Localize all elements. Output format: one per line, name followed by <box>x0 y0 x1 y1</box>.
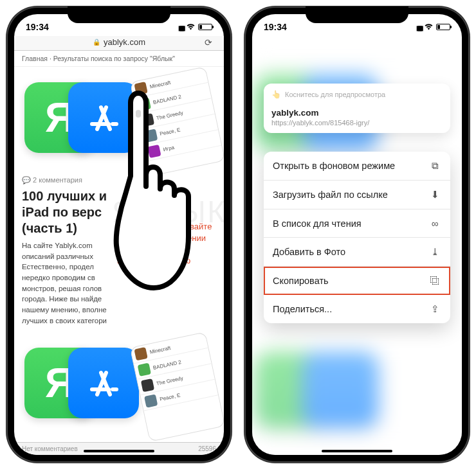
notch <box>306 6 408 23</box>
menu-reading-list[interactable]: В список для чтения ∞ <box>264 209 450 238</box>
screen-left: 19:34 🔒 yablyk.com ⟳ Главная · Результат… <box>14 14 224 455</box>
context-menu: Открыть в фоновом режиме ⧉ Загрузить фай… <box>264 152 450 323</box>
bottom-toolbar: Нет комментариев 25596 <box>14 442 224 455</box>
signal-icon <box>178 22 183 32</box>
battery-icon <box>436 24 450 30</box>
preview-url: https://yablyk.com/815468-igry/ <box>271 119 443 127</box>
phone-left: 19:34 🔒 yablyk.com ⟳ Главная · Результат… <box>6 6 232 463</box>
menu-label: Открыть в фоновом режиме <box>273 161 395 171</box>
home-indicator[interactable] <box>322 450 392 452</box>
address-text: yablyk.com <box>104 37 145 47</box>
home-indicator[interactable] <box>84 450 154 452</box>
battery-icon <box>198 24 212 30</box>
menu-label: Скопировать <box>273 276 329 286</box>
link-preview-card[interactable]: Коснитесь для предпросмотра yablyk.com h… <box>264 84 450 133</box>
notch <box>68 6 170 23</box>
reading-list-icon: ∞ <box>428 218 441 229</box>
phone-right: 19:34 Коснитесь для предпросмотра yablyk… <box>244 6 470 463</box>
appstore-tile-icon-2 <box>68 348 139 418</box>
menu-label: В список для чтения <box>273 218 362 229</box>
menu-open-background[interactable]: Открыть в фоновом режиме ⧉ <box>264 152 450 181</box>
status-time: 19:34 <box>26 22 49 32</box>
status-right <box>178 22 212 32</box>
menu-label: Добавить в Фото <box>273 247 345 257</box>
comments-count[interactable]: 2 комментария <box>14 176 224 188</box>
watermark: ЯБЛЫК <box>112 194 224 229</box>
menu-label: Поделиться... <box>273 304 332 314</box>
article-image-1[interactable]: Я Minecraft BADLAND 2 The Greedy Peace, … <box>22 71 216 173</box>
menu-download-linked-file[interactable]: Загрузить файл по ссылке ⬇ <box>264 181 450 209</box>
signal-icon <box>416 22 421 32</box>
reload-icon[interactable]: ⟳ <box>205 37 212 48</box>
copy-icon: ⿻ <box>428 275 441 286</box>
appstore-tile-icon <box>68 82 139 153</box>
preview-domain: yablyk.com <box>271 108 443 118</box>
mock-phone-graphic-2: Minecraft BADLAND 2 The Greedy Peace, E <box>130 332 224 443</box>
menu-copy[interactable]: Скопировать ⿻ <box>264 267 450 295</box>
wifi-icon <box>186 22 196 32</box>
addressbar[interactable]: 🔒 yablyk.com ⟳ <box>14 36 224 51</box>
status-right <box>416 22 450 32</box>
preview-hint: Коснитесь для предпросмотра <box>271 90 443 99</box>
status-time: 19:34 <box>264 22 287 32</box>
wifi-icon <box>424 22 434 32</box>
open-background-icon: ⧉ <box>428 160 441 172</box>
menu-add-to-photos[interactable]: Добавить в Фото ⤓ <box>264 238 450 267</box>
download-icon: ⬇ <box>428 189 441 200</box>
views-count: 25596 <box>198 445 216 452</box>
share-icon: ⇪ <box>428 303 441 315</box>
menu-share[interactable]: Поделиться... ⇪ <box>264 295 450 323</box>
article-image-2[interactable]: Я Minecraft BADLAND 2 The Greedy Peace, … <box>22 336 216 439</box>
add-photos-icon: ⤓ <box>428 246 441 258</box>
breadcrumb[interactable]: Главная · Результаты поиска по запросу "… <box>14 51 224 67</box>
mock-phone-graphic: Minecraft BADLAND 2 The Greedy Peace, E … <box>130 66 224 177</box>
no-comments: Нет комментариев <box>22 445 78 452</box>
lock-icon: 🔒 <box>93 39 100 46</box>
menu-label: Загрузить файл по ссылке <box>273 190 388 200</box>
screen-right: 19:34 Коснитесь для предпросмотра yablyk… <box>252 14 462 455</box>
